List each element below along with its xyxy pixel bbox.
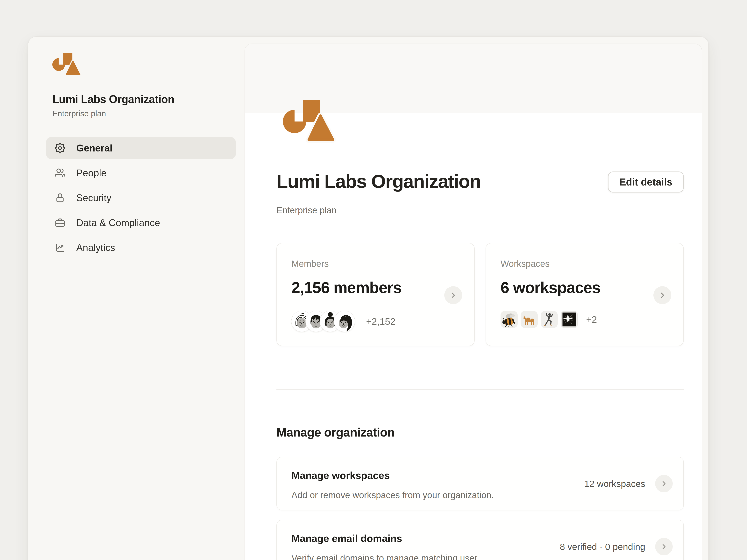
page-title: Lumi Labs Organization [277, 171, 481, 191]
org-logo-large [283, 100, 336, 143]
sidebar-nav: General People Security [46, 137, 236, 262]
app-window: Lumi Labs Organization Enterprise plan G… [28, 36, 709, 560]
members-count: 2,156 members [291, 278, 460, 297]
workspaces-card[interactable]: Workspaces 6 workspaces [486, 243, 684, 346]
workspace-tile-sparkle-photo [561, 311, 578, 328]
users-icon [55, 168, 66, 178]
row-title: Manage email domains [277, 520, 684, 544]
row-title: Manage workspaces [277, 457, 684, 481]
page: Lumi Labs Organization Enterprise plan G… [0, 0, 747, 560]
sidebar-item-label: People [76, 167, 107, 179]
workspace-tile-bee [500, 311, 518, 328]
manage-organization-heading: Manage organization [277, 425, 684, 439]
gear-icon [55, 143, 66, 153]
sidebar-item-security[interactable]: Security [46, 187, 236, 209]
avatar-stack [291, 311, 355, 332]
sidebar-item-data-compliance[interactable]: Data & Compliance [46, 212, 236, 234]
sidebar-item-label: Security [76, 192, 111, 204]
workspace-tile-stack [500, 311, 578, 328]
members-overflow-count: +2,152 [366, 316, 395, 327]
org-logo-icon [52, 53, 81, 76]
stats-row: Members 2,156 members [277, 243, 684, 346]
sidebar-item-label: General [76, 142, 112, 154]
chevron-right-icon [660, 543, 668, 551]
workspaces-footer: +2 [500, 311, 597, 328]
title-row: Lumi Labs Organization Edit details [277, 171, 684, 192]
plan-label: Enterprise plan [277, 205, 684, 215]
sidebar-item-label: Data & Compliance [76, 217, 160, 229]
edit-details-button[interactable]: Edit details [608, 171, 684, 192]
sidebar-org-plan: Enterprise plan [52, 109, 106, 118]
manage-email-domains-row[interactable]: Manage email domains Verify email domain… [277, 520, 684, 560]
members-card-label: Members [291, 259, 460, 269]
workspace-tile-camel [520, 311, 538, 328]
domains-status-badge: 8 verified · 0 pending [560, 541, 645, 552]
workspaces-card-label: Workspaces [500, 259, 669, 269]
chevron-right-icon [449, 291, 457, 299]
briefcase-icon [55, 217, 66, 228]
manage-workspaces-row[interactable]: Manage workspaces Add or remove workspac… [277, 457, 684, 510]
sidebar-org-name: Lumi Labs Organization [52, 93, 174, 106]
lock-icon [55, 192, 66, 203]
sidebar-item-general[interactable]: General [46, 137, 236, 159]
workspaces-overflow-count: +2 [586, 314, 597, 325]
workspace-tile-dancer [541, 311, 558, 328]
sidebar-item-analytics[interactable]: Analytics [46, 237, 236, 259]
chart-line-icon [55, 242, 66, 253]
sidebar: Lumi Labs Organization Enterprise plan G… [28, 37, 244, 560]
manage-workspaces-chevron-button[interactable] [655, 475, 673, 492]
section-divider [277, 389, 684, 390]
workspaces-count: 6 workspaces [500, 278, 669, 297]
avatar-woman-ponytail [334, 311, 355, 332]
manage-email-domains-chevron-button[interactable] [655, 538, 673, 555]
workspaces-chevron-button[interactable] [653, 286, 671, 304]
members-card[interactable]: Members 2,156 members [277, 243, 475, 346]
members-footer: +2,152 [291, 311, 395, 332]
workspaces-count-badge: 12 workspaces [584, 478, 645, 489]
main-panel: Lumi Labs Organization Edit details Ente… [244, 44, 702, 560]
members-chevron-button[interactable] [444, 286, 462, 304]
sidebar-item-label: Analytics [76, 242, 115, 254]
chevron-right-icon [660, 480, 668, 487]
chevron-right-icon [658, 291, 667, 299]
sidebar-item-people[interactable]: People [46, 162, 236, 184]
main-content: Lumi Labs Organization Edit details Ente… [245, 171, 702, 560]
